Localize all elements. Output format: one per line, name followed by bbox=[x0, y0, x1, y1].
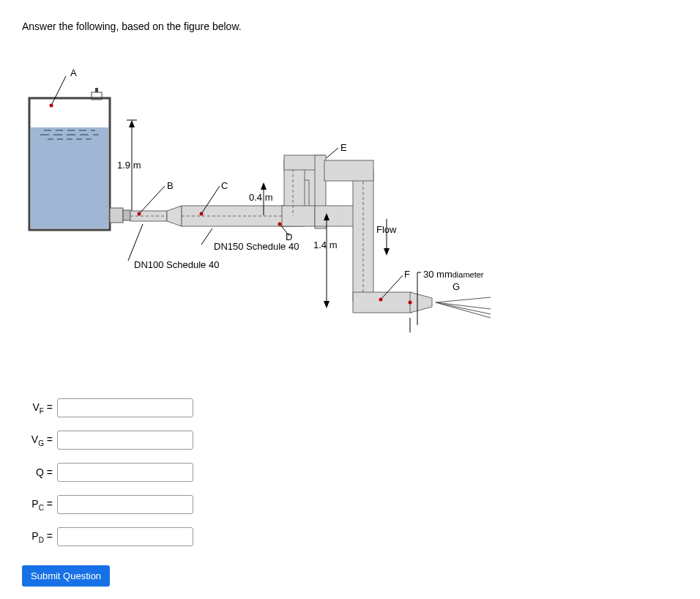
svg-point-8 bbox=[50, 104, 53, 108]
svg-line-51 bbox=[436, 297, 491, 302]
input-q[interactable] bbox=[57, 463, 193, 482]
svg-line-22 bbox=[201, 228, 212, 245]
svg-rect-45 bbox=[353, 292, 412, 313]
svg-rect-12 bbox=[110, 208, 123, 223]
svg-point-48 bbox=[379, 298, 383, 302]
label-q: Q = bbox=[22, 466, 53, 478]
svg-line-50 bbox=[436, 302, 491, 318]
svg-rect-39 bbox=[324, 160, 373, 181]
label-e: E bbox=[340, 142, 347, 153]
label-flow: Flow bbox=[376, 224, 396, 235]
row-pd: PD = bbox=[22, 527, 678, 546]
label-pc: PC = bbox=[22, 498, 53, 512]
figure: A 1.9 m B C 0.4 m D E DN150 Schedule 40 … bbox=[22, 54, 535, 325]
label-vf: VF = bbox=[22, 401, 53, 415]
label-c: C bbox=[221, 180, 228, 191]
svg-rect-13 bbox=[123, 210, 130, 220]
svg-line-7 bbox=[51, 76, 66, 105]
label-g: G bbox=[453, 281, 460, 292]
label-a: A bbox=[70, 67, 77, 78]
input-pd[interactable] bbox=[57, 527, 193, 546]
label-diameter: 30 mmdiameter bbox=[423, 269, 484, 280]
svg-marker-10 bbox=[129, 120, 135, 127]
label-vg: VG = bbox=[22, 434, 53, 447]
svg-rect-1 bbox=[31, 127, 108, 228]
answers-block: VF = VG = Q = PC = PD = Submit Question bbox=[22, 398, 678, 587]
row-vg: VG = bbox=[22, 431, 678, 450]
label-pd: PD = bbox=[22, 530, 53, 544]
label-04m: 0.4 m bbox=[249, 192, 273, 203]
svg-point-24 bbox=[200, 212, 204, 216]
row-vf: VF = bbox=[22, 398, 678, 417]
label-b: B bbox=[167, 180, 174, 191]
svg-line-17 bbox=[139, 186, 165, 214]
label-19m: 1.9 m bbox=[117, 160, 141, 171]
input-vf[interactable] bbox=[57, 398, 193, 417]
label-dn150: DN150 Schedule 40 bbox=[214, 241, 299, 252]
submit-button[interactable]: Submit Question bbox=[22, 565, 110, 587]
label-dn100: DN100 Schedule 40 bbox=[134, 259, 219, 270]
label-14m: 1.4 m bbox=[313, 239, 338, 250]
label-f: F bbox=[404, 269, 410, 280]
svg-marker-26 bbox=[261, 182, 267, 190]
svg-marker-44 bbox=[384, 248, 390, 256]
input-vg[interactable] bbox=[57, 431, 193, 450]
svg-point-31 bbox=[278, 223, 282, 226]
svg-point-18 bbox=[138, 212, 141, 216]
row-q: Q = bbox=[22, 463, 678, 482]
svg-marker-19 bbox=[167, 206, 182, 226]
svg-point-53 bbox=[409, 301, 412, 305]
row-pc: PC = bbox=[22, 495, 678, 514]
svg-rect-6 bbox=[95, 88, 98, 92]
question-text: Answer the following, based on the figur… bbox=[22, 21, 678, 32]
svg-marker-46 bbox=[410, 292, 432, 313]
svg-marker-42 bbox=[324, 301, 329, 308]
svg-line-16 bbox=[128, 224, 143, 261]
input-pc[interactable] bbox=[57, 495, 193, 514]
